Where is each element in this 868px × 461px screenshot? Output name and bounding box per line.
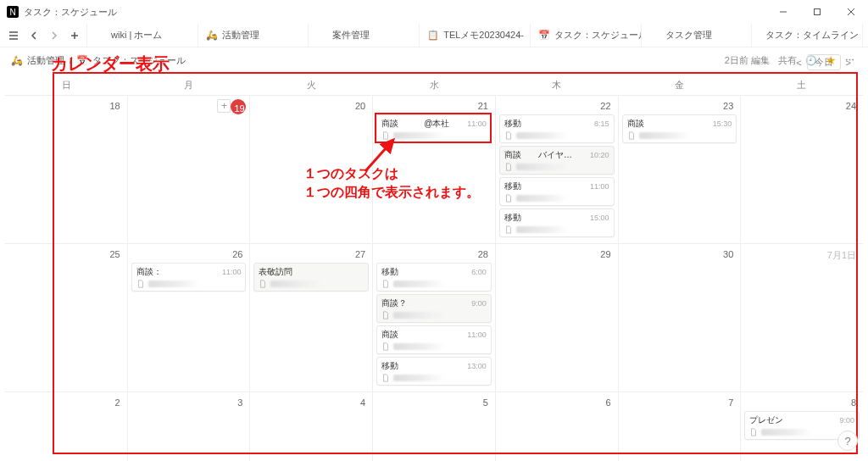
blurred-subtext (393, 132, 444, 139)
doc-icon (259, 280, 267, 288)
calendar-body: 1819+2021商談 @本社11:0022移動8:15商談 バイヤ…10:20… (5, 95, 863, 461)
tab[interactable]: 📅タスク：スケジュール (531, 24, 642, 47)
task-card[interactable]: 移動8:15 (499, 114, 615, 143)
calendar-cell[interactable]: 19+ (128, 96, 251, 243)
calendar-cell[interactable]: 25 (5, 244, 128, 392)
doc-icon (504, 225, 513, 234)
task-title: 移動 (504, 212, 587, 224)
calendar-cell[interactable]: 3 (128, 392, 251, 461)
calendar-cell[interactable]: 5 (373, 392, 496, 461)
annotation-title: カレンダー表示 (51, 53, 170, 75)
day-number: 4 (253, 396, 369, 411)
calendar-cell[interactable]: 26商談：11:00 (128, 244, 251, 392)
task-card[interactable]: 移動11:00 (499, 177, 615, 206)
task-title: 移動 (504, 118, 591, 130)
dow-header: 火 (250, 75, 373, 95)
tab-label: TELメモ20230424- (443, 29, 524, 42)
tab-label: 活動管理 (222, 29, 259, 42)
blurred-subtext (393, 343, 444, 350)
tab[interactable]: 🛵活動管理 (198, 24, 309, 47)
blurred-subtext (516, 164, 567, 170)
task-card[interactable]: 移動6:00 (376, 263, 492, 292)
calendar-cell[interactable]: 22移動8:15商談 バイヤ…10:20移動11:00移動15:00 (496, 96, 619, 243)
task-card[interactable]: 商談15:30 (622, 114, 737, 143)
calendar-cell[interactable]: 8プレゼン9:00 (741, 392, 863, 461)
nav-forward-button[interactable] (46, 27, 63, 44)
task-title: 商談 バイヤ… (504, 149, 587, 161)
tab-icon (650, 31, 660, 41)
task-card[interactable]: 商談 @本社11:00 (376, 114, 492, 143)
task-card[interactable]: 商談？9:00 (376, 294, 492, 323)
calendar-cell[interactable]: 18 (5, 96, 128, 243)
tab-label: 案件管理 (332, 29, 370, 42)
hamburger-button[interactable] (5, 27, 22, 44)
day-number: 21 (376, 99, 492, 114)
tab-icon: 📅 (539, 31, 549, 41)
blurred-subtext (393, 312, 444, 319)
next-period-button[interactable]: > (846, 58, 851, 68)
calendar-cell[interactable]: 24 (741, 96, 863, 243)
day-number: 18 (8, 99, 124, 114)
tab[interactable]: 案件管理 (309, 24, 420, 47)
tab[interactable]: wiki | ホーム (86, 24, 198, 47)
blurred-subtext (761, 429, 812, 436)
window-minimize-button[interactable] (766, 0, 800, 24)
window-close-button[interactable] (834, 0, 868, 24)
doc-icon (381, 311, 390, 319)
calendar-cell[interactable]: 30 (619, 244, 742, 392)
tab-icon: 📋 (428, 31, 438, 41)
blurred-subtext (516, 132, 567, 139)
day-number: 30 (622, 247, 737, 263)
add-task-button[interactable]: + (217, 99, 231, 113)
doc-icon (381, 131, 390, 140)
window-maximize-button[interactable] (800, 0, 834, 24)
calendar-cell[interactable]: 2 (5, 392, 128, 461)
tab-label: wiki | ホーム (111, 29, 162, 42)
blurred-subtext (393, 375, 444, 381)
task-card[interactable]: 表敬訪問 (253, 263, 369, 292)
tab[interactable]: 📋TELメモ20230424- (420, 24, 531, 47)
app-icon: N (7, 6, 19, 18)
dow-header: 日 (5, 75, 128, 95)
day-number: 8 (744, 396, 860, 411)
doc-icon (381, 374, 390, 382)
calendar-cell[interactable]: 29 (496, 244, 619, 392)
prev-period-button[interactable]: < (796, 58, 801, 68)
tab-label: タスク：タイムライン (765, 29, 859, 42)
calendar-view: < 今日 > 日月火水木金土 1819+2021商談 @本社11:0022移動8… (5, 49, 863, 456)
tab-icon (96, 31, 106, 41)
new-tab-button[interactable] (66, 27, 83, 44)
day-number: 6 (499, 396, 615, 411)
dow-header: 水 (373, 75, 496, 95)
calendar-cell[interactable]: 7月1日 (741, 244, 863, 392)
task-card[interactable]: 商談11:00 (376, 325, 492, 354)
calendar-cell[interactable]: 7 (619, 392, 742, 461)
day-number: 26 (131, 247, 247, 263)
tab[interactable]: タスク：タイムライン (752, 24, 863, 47)
nav-back-button[interactable] (25, 27, 42, 44)
task-time: 13:00 (467, 362, 487, 370)
annotation-body: １つのタスクは １つの四角で表示されます。 (303, 164, 480, 203)
task-card[interactable]: 移動15:00 (499, 208, 615, 237)
task-card[interactable]: 商談：11:00 (131, 263, 247, 292)
calendar-cell[interactable]: 6 (496, 392, 619, 461)
day-number: 25 (8, 247, 124, 263)
blurred-subtext (270, 280, 321, 287)
calendar-cell[interactable]: 23商談15:30 (619, 96, 742, 243)
calendar-cell[interactable]: 28移動6:00商談？9:00商談11:00移動13:00 (373, 244, 496, 392)
top-nav: wiki | ホーム🛵活動管理案件管理📋TELメモ20230424-📅タスク：ス… (0, 24, 868, 47)
doc-icon (381, 280, 390, 288)
calendar-cell[interactable]: 27表敬訪問 (250, 244, 373, 392)
task-card[interactable]: 移動13:00 (376, 357, 492, 386)
calendar-cell[interactable]: 4 (250, 392, 373, 461)
day-number: 28 (376, 247, 492, 263)
tab[interactable]: タスク管理 (642, 24, 753, 47)
task-card[interactable]: 商談 バイヤ…10:20 (499, 146, 615, 175)
dow-header: 木 (495, 75, 618, 95)
task-time: 10:20 (590, 151, 609, 159)
help-button[interactable]: ? (837, 430, 858, 451)
today-button[interactable]: 今日 (807, 54, 841, 70)
day-number: 29 (499, 247, 615, 263)
task-time: 15:30 (713, 119, 732, 128)
dow-header: 月 (128, 75, 251, 95)
